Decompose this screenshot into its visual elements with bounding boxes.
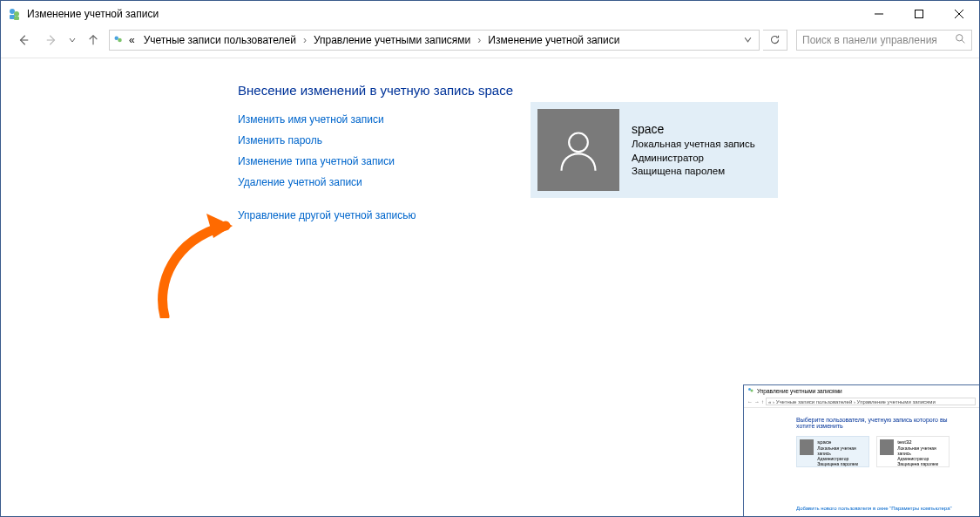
user-accounts-icon <box>747 387 754 394</box>
svg-point-15 <box>569 133 588 153</box>
manage-other-account-link[interactable]: Управление другой учетной записью <box>238 209 979 221</box>
back-button[interactable] <box>11 30 36 51</box>
account-role: Администратор <box>632 152 755 166</box>
breadcrumb-item[interactable]: Учетные записи пользователей <box>140 34 300 46</box>
control-panel-window: Изменение учетной записи « Учетные запис… <box>0 0 980 517</box>
breadcrumb-item[interactable]: Изменение учетной записи <box>484 34 623 46</box>
account-kind: Локальная учетная запись <box>632 138 755 152</box>
svg-rect-5 <box>916 10 923 18</box>
thumbnail-navbar: ←→↑ « › Учетные записи пользователей › У… <box>744 396 979 408</box>
thumbnail-breadcrumb: « › Учетные записи пользователей › Управ… <box>766 398 976 405</box>
account-protection: Защищена паролем <box>632 165 755 179</box>
avatar <box>537 109 619 191</box>
refresh-button[interactable] <box>763 30 787 51</box>
user-accounts-icon <box>8 7 22 21</box>
svg-rect-3 <box>14 17 19 20</box>
thumbnail-user-tile[interactable]: space Локальная учетная запись Администр… <box>796 436 869 467</box>
svg-point-18 <box>751 390 754 392</box>
address-bar[interactable]: « Учетные записи пользователей › Управле… <box>109 30 760 51</box>
chevron-right-icon: › <box>476 34 483 46</box>
account-card: space Локальная учетная запись Администр… <box>531 102 778 198</box>
content-area: Внесение изменений в учетную запись spac… <box>1 58 979 221</box>
svg-marker-16 <box>206 214 233 238</box>
thumbnail-titlebar: Управление учетными записями <box>744 385 979 396</box>
window-controls <box>859 1 979 27</box>
breadcrumb-item[interactable]: Управление учетными записями <box>310 34 474 46</box>
svg-point-0 <box>10 9 15 14</box>
svg-line-14 <box>962 40 964 43</box>
annotation-arrow-icon <box>149 214 253 318</box>
avatar <box>880 439 894 455</box>
user-icon <box>556 127 601 173</box>
thumbnail-heading: Выберите пользователя, учетную запись ко… <box>796 417 967 429</box>
search-input[interactable]: Поиск в панели управления <box>796 30 972 51</box>
close-button[interactable] <box>939 1 979 27</box>
svg-point-11 <box>115 36 119 40</box>
avatar <box>800 439 814 455</box>
navigation-bar: « Учетные записи пользователей › Управле… <box>1 27 979 58</box>
thumbnail-footer-link[interactable]: Добавить нового пользователя в окне "Пар… <box>796 506 952 511</box>
chevron-right-icon: › <box>301 34 308 46</box>
thumbnail-user-name: test32 <box>897 439 946 446</box>
forward-button[interactable] <box>39 30 64 51</box>
recent-locations-button[interactable] <box>67 34 78 46</box>
svg-point-12 <box>118 37 122 42</box>
thumbnail-title: Управление учетными записями <box>757 388 842 394</box>
breadcrumb-prefix: « <box>125 34 139 46</box>
svg-point-17 <box>748 388 751 391</box>
user-accounts-icon <box>113 35 124 45</box>
minimize-button[interactable] <box>859 1 899 27</box>
titlebar: Изменение учетной записи <box>1 1 979 27</box>
address-history-button[interactable] <box>740 34 755 46</box>
thumbnail-user-name: space <box>817 439 866 446</box>
search-placeholder: Поиск в панели управления <box>802 34 955 46</box>
account-details: space Локальная учетная запись Администр… <box>632 109 755 191</box>
window-title: Изменение учетной записи <box>27 8 859 20</box>
page-heading: Внесение изменений в учетную запись spac… <box>238 83 979 98</box>
up-button[interactable] <box>81 30 105 51</box>
account-name: space <box>632 121 755 138</box>
svg-point-13 <box>956 34 963 40</box>
search-icon <box>955 33 966 47</box>
thumbnail-window: Управление учетными записями ←→↑ « › Уче… <box>743 384 980 517</box>
maximize-button[interactable] <box>899 1 939 27</box>
thumbnail-user-tile[interactable]: test32 Локальная учетная запись Админист… <box>876 436 950 467</box>
